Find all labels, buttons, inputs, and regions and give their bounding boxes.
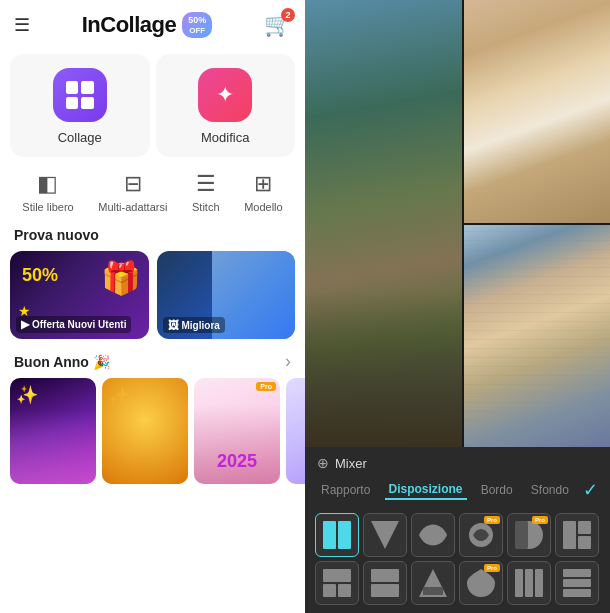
migliora-label: 🖼 Migliora (163, 317, 225, 333)
promo-card-offerta[interactable]: 50% 🎁 ★ ▶ Offerta Nuovi Utenti (10, 251, 149, 339)
left-panel: ☰ InCollage 50% OFF 🛒 2 Collage (0, 0, 305, 613)
anno-card-4[interactable]: Pro (286, 378, 305, 484)
photo-collage (305, 0, 610, 447)
multi-adattarsi-icon: ⊟ (124, 171, 142, 197)
tab-rapporto[interactable]: Rapporto (317, 481, 374, 499)
modello-label: Modello (244, 201, 283, 213)
svg-rect-21 (563, 589, 591, 597)
svg-rect-5 (515, 521, 528, 549)
modifica-label: Modifica (201, 130, 249, 145)
mixer-row: ⊕ Mixer (305, 447, 610, 475)
prova-nuovo-title: Prova nuovo (0, 223, 305, 251)
pro-badge-layout-10: Pro (484, 564, 500, 572)
anno-arrow-icon[interactable]: › (285, 351, 291, 372)
svg-rect-0 (323, 521, 336, 549)
tab-sfondo[interactable]: Sfondo (527, 481, 573, 499)
svg-rect-8 (578, 536, 591, 549)
stile-libero-label: Stile libero (22, 201, 73, 213)
collage-icon (53, 68, 107, 122)
multi-adattarsi-label: Multi-adattarsi (98, 201, 167, 213)
svg-rect-15 (423, 587, 443, 595)
layout-item-5[interactable]: Pro (507, 513, 551, 557)
tool-modello[interactable]: ⊞ Modello (244, 171, 283, 213)
svg-rect-16 (515, 569, 523, 597)
layout-grid: Pro Pro (305, 507, 610, 613)
layout-item-9[interactable] (411, 561, 455, 605)
svg-rect-12 (371, 569, 399, 582)
pro-badge-layout-5: Pro (532, 516, 548, 524)
photo-right-bottom (464, 225, 610, 448)
svg-rect-18 (535, 569, 543, 597)
confirm-button[interactable]: ✓ (583, 479, 598, 501)
layout-item-4[interactable]: Pro (459, 513, 503, 557)
layout-item-2[interactable] (363, 513, 407, 557)
modifica-button[interactable]: ✦ Modifica (156, 54, 296, 157)
mixer-label: Mixer (335, 456, 367, 471)
promo-card-migliora[interactable]: 🖼 Migliora (157, 251, 296, 339)
collage-label: Collage (58, 130, 102, 145)
pro-badge-3: Pro (256, 382, 276, 391)
app-header: ☰ InCollage 50% OFF 🛒 2 (0, 0, 305, 46)
anno-title: Buon Anno 🎉 (14, 354, 110, 370)
photo-right (464, 0, 610, 447)
svg-rect-6 (563, 521, 576, 549)
svg-rect-7 (578, 521, 591, 534)
layout-item-7[interactable] (315, 561, 359, 605)
bottom-controls: ⊕ Mixer Rapporto Disposizione Bordo Sfon… (305, 447, 610, 613)
layout-item-1[interactable] (315, 513, 359, 557)
feature-buttons: Collage ✦ Modifica (10, 54, 295, 157)
svg-rect-20 (563, 579, 591, 587)
tabs-row: Rapporto Disposizione Bordo Sfondo ✓ (305, 475, 610, 507)
tool-stile-libero[interactable]: ◧ Stile libero (22, 171, 73, 213)
anno-card-2[interactable]: ✨ (102, 378, 188, 484)
discount-badge: 50% OFF (182, 12, 212, 38)
gift-icon: 🎁 (101, 259, 141, 297)
anno-cards: ✨ ✨ Pro 2025 Pro (0, 378, 305, 484)
right-panel: ⊕ Mixer Rapporto Disposizione Bordo Sfon… (305, 0, 610, 613)
tool-row: ◧ Stile libero ⊟ Multi-adattarsi ☰ Stitc… (0, 165, 305, 223)
tool-stitch[interactable]: ☰ Stitch (192, 171, 220, 213)
modifica-icon: ✦ (198, 68, 252, 122)
tab-bordo[interactable]: Bordo (477, 481, 517, 499)
layout-item-12[interactable] (555, 561, 599, 605)
notif-badge: 2 (281, 8, 295, 22)
sparkle-icon: ✨ (16, 384, 38, 406)
notification-icon[interactable]: 🛒 2 (264, 12, 291, 38)
logo-area: InCollage 50% OFF (82, 12, 213, 38)
layout-item-6[interactable] (555, 513, 599, 557)
pro-badge-layout-4: Pro (484, 516, 500, 524)
mixer-icon: ⊕ (317, 455, 329, 471)
promo-cards: 50% 🎁 ★ ▶ Offerta Nuovi Utenti 🖼 Miglior… (0, 251, 305, 349)
svg-rect-11 (338, 584, 351, 597)
stitch-icon: ☰ (196, 171, 216, 197)
svg-rect-1 (338, 521, 351, 549)
offerta-label: ▶ Offerta Nuovi Utenti (16, 316, 131, 333)
svg-rect-13 (371, 584, 399, 597)
hamburger-icon[interactable]: ☰ (14, 14, 30, 36)
tool-multi-adattarsi[interactable]: ⊟ Multi-adattarsi (98, 171, 167, 213)
svg-rect-19 (563, 569, 591, 577)
svg-marker-2 (371, 521, 399, 549)
svg-rect-17 (525, 569, 533, 597)
anno-header: Buon Anno 🎉 › (0, 349, 305, 378)
collage-button[interactable]: Collage (10, 54, 150, 157)
photo-left (305, 0, 462, 447)
layout-item-11[interactable] (507, 561, 551, 605)
photo-right-top (464, 0, 610, 223)
app-logo: InCollage (82, 12, 177, 38)
svg-rect-10 (323, 584, 336, 597)
stitch-label: Stitch (192, 201, 220, 213)
layout-item-3[interactable] (411, 513, 455, 557)
card-year-3: 2025 (217, 451, 257, 472)
anno-card-1[interactable]: ✨ (10, 378, 96, 484)
anno-card-3[interactable]: Pro 2025 (194, 378, 280, 484)
layout-item-10[interactable]: Pro (459, 561, 503, 605)
tab-disposizione[interactable]: Disposizione (385, 480, 467, 500)
stile-libero-icon: ◧ (37, 171, 58, 197)
modello-icon: ⊞ (254, 171, 272, 197)
svg-rect-9 (323, 569, 351, 582)
layout-item-8[interactable] (363, 561, 407, 605)
